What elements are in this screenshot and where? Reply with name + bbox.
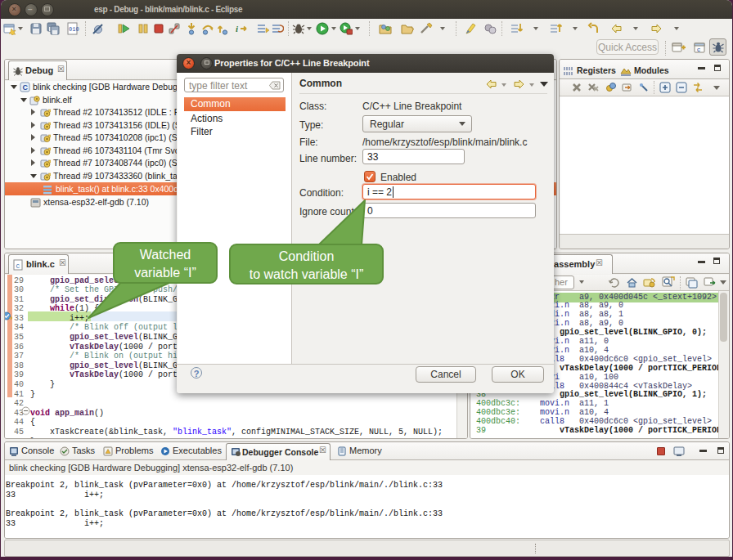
svg-text:i: i [236,24,239,34]
svg-text:c: c [697,46,700,53]
svg-text:c: c [16,262,20,270]
svg-text:010: 010 [69,26,79,33]
svg-text:C: C [23,83,29,92]
